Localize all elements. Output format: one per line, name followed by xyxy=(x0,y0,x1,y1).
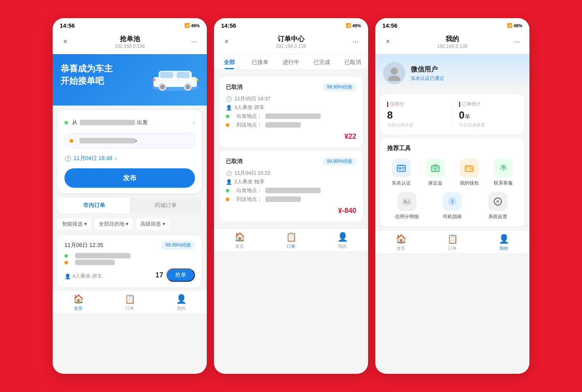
mine-icon-3: 👤 xyxy=(499,234,509,244)
people-icon-1: 👤 xyxy=(64,273,71,279)
driver-guide-label: 司机指南 xyxy=(443,213,462,220)
nav-home-3[interactable]: 🏠 首页 xyxy=(375,234,427,251)
nav-mine-2[interactable]: 👤 我的 xyxy=(317,232,368,249)
svg-point-21 xyxy=(434,168,436,170)
tab-completed[interactable]: 已完成 xyxy=(306,54,337,69)
bottom-nav-3: 🏠 首页 📋 订单 👤 我的 xyxy=(375,230,529,253)
time-1: 14:56 xyxy=(60,22,75,29)
nav-home-label-3: 首页 xyxy=(397,245,405,251)
mine-icon-1: 👤 xyxy=(176,294,187,304)
nav-mine-1[interactable]: 👤 我的 xyxy=(155,294,207,311)
close-icon-3[interactable]: × xyxy=(382,38,393,46)
home-icon-3: 🏠 xyxy=(396,234,406,244)
nav-mine-label-1: 我的 xyxy=(177,305,185,311)
ip-address-1: 192.168.0.138 xyxy=(71,43,189,49)
status-icons-1: 📶 49% xyxy=(184,23,200,28)
nav-home-2[interactable]: 🏠 首页 xyxy=(214,232,265,249)
battery-2: 49% xyxy=(352,23,361,28)
ip-address-2: 192.168.0.138 xyxy=(232,43,350,49)
arrow-icon-from: › xyxy=(193,119,195,126)
tool-driver-guide[interactable]: i 司机指南 xyxy=(433,192,472,220)
tool-credit-detail[interactable]: 信用分明细 xyxy=(387,192,427,220)
svg-rect-23 xyxy=(433,164,438,166)
support-label: 联系客服 xyxy=(494,180,513,187)
profile-verified: 实名认证已通过 xyxy=(411,75,444,82)
wallet-label: 我的钱包 xyxy=(460,180,479,187)
banner-text-1: 恭喜成为车主 开始接单吧 xyxy=(60,63,199,87)
order-people-1: 👤 4人乘坐·拼车 xyxy=(64,273,102,280)
banner-1: 恭喜成为车主 开始接单吧 xyxy=(53,54,207,106)
tab-city-orders[interactable]: 市内订单 xyxy=(58,198,130,213)
order-status-label-2: 已取消 xyxy=(226,158,242,165)
order-icon-3: 📋 xyxy=(447,234,458,244)
nav-order-3[interactable]: 📋 订单 xyxy=(427,234,478,251)
more-icon-2[interactable]: ··· xyxy=(350,38,361,46)
nav-order-1[interactable]: 📋 订单 xyxy=(104,294,155,311)
nav-home-1[interactable]: 🏠 首页 xyxy=(53,294,104,311)
from-addr-detail-1: 出发地址详情 xyxy=(265,113,321,119)
page-title-2: 订单中心 xyxy=(232,34,350,43)
grab-order-btn[interactable]: 抢单 xyxy=(166,268,195,282)
filter-smart[interactable]: 智能筛选 ▾ xyxy=(58,219,91,230)
nav-mine-3[interactable]: 👤 我的 xyxy=(478,234,529,251)
order-from-1: 出发地 xyxy=(64,253,195,258)
credit-score-stat: 信用分 8 当前信用分值 xyxy=(387,101,446,128)
order-meta-time-2: 🕐 11月04日 15:22 xyxy=(226,170,356,177)
filter-advanced[interactable]: 高级筛选 ▾ xyxy=(136,219,169,230)
order-icon-1: 📋 xyxy=(125,294,135,304)
home-icon-2: 🏠 xyxy=(234,232,245,242)
tab-inprogress[interactable]: 进行中 xyxy=(276,54,306,69)
publish-button[interactable]: 发布 xyxy=(64,168,195,188)
order-value: 0单 xyxy=(459,109,518,121)
deposit-label: 保证金 xyxy=(428,180,442,187)
bottom-nav-1: 🏠 首页 📋 订单 👤 我的 xyxy=(53,290,207,313)
nav-home-label-2: 首页 xyxy=(235,243,244,249)
order-status-label-1: 已取消 xyxy=(226,84,242,91)
svg-rect-34 xyxy=(404,200,406,201)
nav-order-2[interactable]: 📋 订单 xyxy=(265,232,317,249)
close-icon-1[interactable]: × xyxy=(60,38,71,46)
time-row[interactable]: 🕐 11月04日 18:48 › xyxy=(64,152,195,165)
tool-deposit[interactable]: 保证金 xyxy=(421,158,450,187)
tab-accepted[interactable]: 已接单 xyxy=(245,54,276,69)
order-route-badge-1: 99.99%经路 xyxy=(323,83,356,91)
order-time-1: 11月06日 12:35 xyxy=(64,242,103,249)
svg-point-37 xyxy=(496,200,499,203)
to-dot-card xyxy=(64,261,68,264)
order-count-stat: 订单统计 0单 今日完成单量 xyxy=(459,101,518,128)
people-icon-2: 👤 xyxy=(226,105,232,111)
tab-all[interactable]: 全部 xyxy=(214,54,245,69)
close-icon-2[interactable]: × xyxy=(221,38,232,46)
nav-mine-label-2: 我的 xyxy=(338,243,347,249)
chevron-icon: › xyxy=(115,155,117,162)
clock-icon: 🕐 xyxy=(64,155,71,162)
from-label: 从 xyxy=(72,119,77,126)
credit-sub: 当前信用分值 xyxy=(387,122,446,128)
destination-input-row[interactable]: 目的地地址 › xyxy=(64,133,195,149)
tool-real-name[interactable]: 实名认证 xyxy=(387,158,416,187)
clock-icon-3: 🕐 xyxy=(226,170,232,176)
order-meta-time-1: 🕐 11月05日 14:37 xyxy=(226,95,356,102)
tab-cancelled[interactable]: 已取消 xyxy=(337,54,368,69)
tab-intercity-orders[interactable]: 同城订单 xyxy=(130,198,201,213)
svg-text:i: i xyxy=(452,199,453,204)
status-bar-2: 14:56 📶 49% xyxy=(214,18,368,31)
credit-detail-icon xyxy=(397,192,416,211)
more-icon-3[interactable]: ··· xyxy=(511,38,522,46)
header-title-3: 我的 192.168.0.138 xyxy=(393,34,511,49)
nav-order-label-2: 订单 xyxy=(287,243,295,249)
phone-3: 14:56 📶 49% × 我的 192.168.0.138 ··· xyxy=(375,18,529,374)
tool-support[interactable]: 联系客服 xyxy=(489,158,518,187)
tool-settings[interactable]: 系统设置 xyxy=(478,192,518,220)
ip-address-3: 192.168.0.138 xyxy=(393,43,511,49)
from-row[interactable]: 从 出发地址 出发 › xyxy=(64,116,195,130)
order-indicator xyxy=(459,102,460,107)
svg-rect-32 xyxy=(404,201,406,202)
status-icons-3: 📶 49% xyxy=(507,23,522,28)
status-icons-2: 📶 49% xyxy=(346,23,361,28)
tool-wallet[interactable]: 我的钱包 xyxy=(455,158,484,187)
signal-icon-2: 📶 xyxy=(346,23,351,28)
filter-dest[interactable]: 全部目的地 ▾ xyxy=(95,219,133,230)
more-icon-1[interactable]: ··· xyxy=(189,38,200,46)
from-addr-blurred-1: 出发地 xyxy=(75,253,130,258)
